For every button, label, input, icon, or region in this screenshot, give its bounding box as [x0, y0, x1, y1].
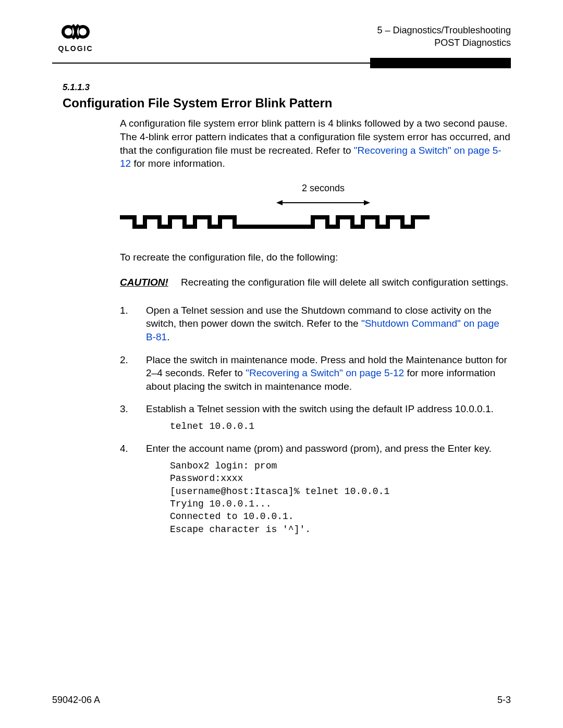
blink-pattern-diagram: 2 seconds [120, 182, 511, 236]
brand-logo-text: QLOGIC [52, 44, 99, 54]
svg-marker-2 [276, 200, 283, 205]
caution-label: CAUTION! [120, 276, 169, 289]
step-4-code: Sanbox2 login: prom Password:xxxx [usern… [170, 460, 511, 536]
brand-logo: QLOGIC [52, 21, 99, 54]
step-1-text-b: . [167, 331, 169, 342]
diagram-label: 2 seconds [120, 182, 511, 194]
header-rule [52, 58, 511, 68]
step-3: Establish a Telnet session with the swit… [120, 402, 511, 433]
step-3-code: telnet 10.0.0.1 [170, 420, 511, 433]
step-2: Place the switch in maintenance mode. Pr… [120, 353, 511, 393]
caution-text: Recreating the configuration file will d… [181, 276, 511, 289]
page-footer: 59042-06 A 5-3 [52, 694, 511, 706]
link-recovering-switch-2[interactable]: "Recovering a Switch" on page 5-12 [246, 367, 404, 378]
footer-page-number: 5-3 [497, 694, 511, 706]
caution-block: CAUTION! Recreating the configuration fi… [120, 276, 511, 289]
step-3-text-a: Establish a Telnet session with the swit… [146, 403, 494, 414]
qlogic-logo-icon [57, 21, 94, 43]
page-header: QLOGIC 5 – Diagnostics/Troubleshooting P… [52, 21, 511, 54]
intro-paragraph: A configuration file system error blink … [120, 117, 511, 170]
footer-doc-id: 59042-06 A [52, 694, 100, 706]
steps-list: Open a Telnet session and use the Shutdo… [120, 304, 511, 536]
header-titles: 5 – Diagnostics/Troubleshooting POST Dia… [377, 24, 511, 50]
blink-waveform-icon [120, 211, 454, 232]
section-number: 5.1.1.3 [63, 82, 511, 94]
step-4: Enter the account name (prom) and passwo… [120, 442, 511, 535]
intro-text-b: for more information. [131, 158, 225, 169]
header-chapter: 5 – Diagnostics/Troubleshooting [377, 24, 511, 36]
recreate-intro: To recreate the configuration file, do t… [120, 251, 511, 264]
svg-marker-3 [364, 200, 370, 205]
diagram-arrow [120, 196, 511, 210]
section-title: Configuration File System Error Blink Pa… [63, 95, 511, 112]
step-1: Open a Telnet session and use the Shutdo… [120, 304, 511, 344]
header-section: POST Diagnostics [377, 36, 511, 49]
step-4-text-a: Enter the account name (prom) and passwo… [146, 443, 492, 454]
